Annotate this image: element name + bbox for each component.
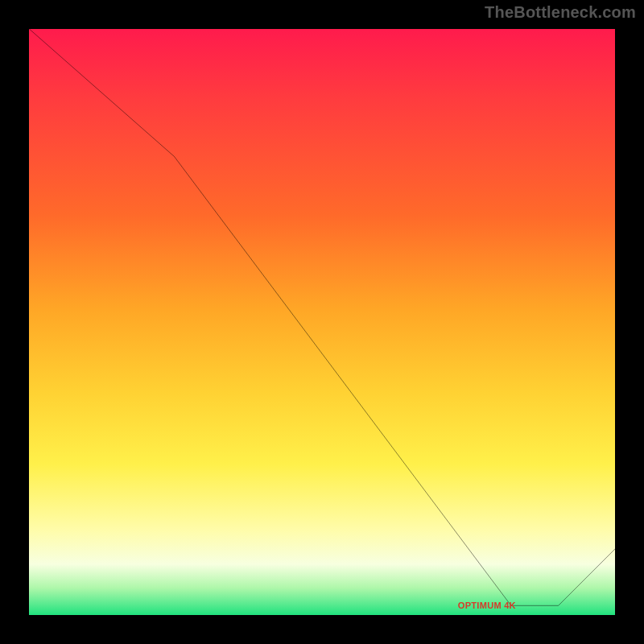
optimum-label: OPTIMUM 4K (458, 601, 516, 610)
chart-frame: TheBottleneck.com OPTIMUM 4K (0, 0, 644, 644)
bottleneck-curve (27, 27, 617, 617)
attribution-text: TheBottleneck.com (485, 3, 636, 22)
plot-area: OPTIMUM 4K (27, 27, 617, 617)
